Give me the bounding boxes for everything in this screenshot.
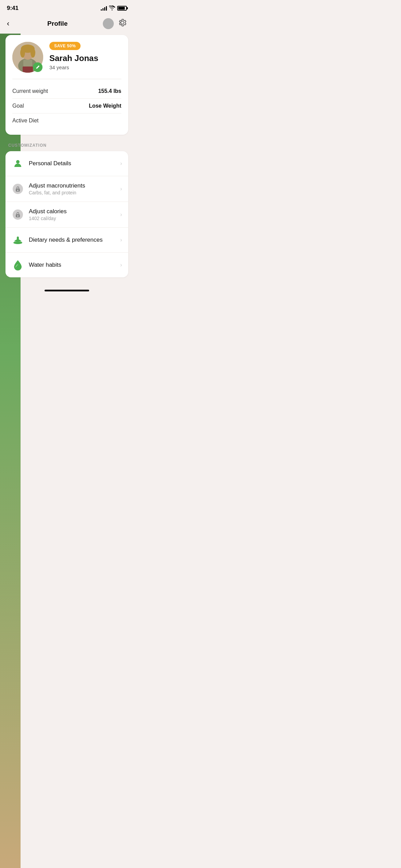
svg-rect-7 xyxy=(23,60,32,67)
svg-rect-14 xyxy=(17,237,19,241)
profile-dot[interactable] xyxy=(103,18,114,29)
divider xyxy=(12,79,121,79)
chevron-icon: › xyxy=(120,237,122,243)
macronutrients-title: Adjust macronutrients xyxy=(29,182,118,189)
save-badge[interactable]: SAVE 50% xyxy=(49,42,81,50)
chevron-icon: › xyxy=(120,160,122,167)
svg-point-8 xyxy=(16,160,20,164)
bottom-bar xyxy=(0,283,134,294)
edit-avatar-button[interactable] xyxy=(33,62,42,72)
calories-title: Adjust calories xyxy=(29,208,118,215)
svg-point-5 xyxy=(31,48,35,58)
water-item[interactable]: Water habits › xyxy=(5,253,128,277)
svg-point-4 xyxy=(20,48,25,58)
water-icon xyxy=(12,259,24,271)
person-icon xyxy=(12,157,24,170)
calories-text: Adjust calories 1402 cal/day xyxy=(29,208,118,221)
status-icons xyxy=(101,5,127,11)
weight-value: 155.4 lbs xyxy=(98,88,121,94)
dietary-title: Dietary needs & preferences xyxy=(29,237,118,243)
dietary-item[interactable]: Dietary needs & preferences › xyxy=(5,228,128,253)
customization-menu: Personal Details › Adjust macronutrients… xyxy=(5,151,128,277)
macronutrients-item[interactable]: Adjust macronutrients Carbs, fat, and pr… xyxy=(5,176,128,202)
nav-right xyxy=(103,18,127,29)
chevron-icon: › xyxy=(120,262,122,268)
status-bar: 9:41 xyxy=(0,0,134,15)
personal-details-title: Personal Details xyxy=(29,160,118,167)
calories-item[interactable]: Adjust calories 1402 cal/day › xyxy=(5,202,128,228)
status-time: 9:41 xyxy=(7,5,19,12)
profile-info: SAVE 50% Sarah Jonas 34 years xyxy=(49,42,121,70)
svg-point-10 xyxy=(17,190,19,191)
macronutrients-text: Adjust macronutrients Carbs, fat, and pr… xyxy=(29,182,118,195)
goal-label: Goal xyxy=(12,103,24,109)
battery-icon xyxy=(117,6,127,11)
settings-icon[interactable] xyxy=(118,18,127,29)
lock-macro-icon xyxy=(12,183,24,195)
goal-value: Lose Weight xyxy=(89,103,121,109)
wifi-icon xyxy=(109,5,115,11)
avatar-wrap xyxy=(12,42,43,73)
svg-rect-6 xyxy=(23,67,33,73)
dietary-icon xyxy=(12,234,24,246)
profile-header: SAVE 50% Sarah Jonas 34 years xyxy=(12,42,121,73)
diet-label: Active Diet xyxy=(12,118,38,124)
weight-label: Current weight xyxy=(12,88,48,94)
chevron-icon: › xyxy=(120,186,122,192)
signal-icon xyxy=(101,6,107,11)
profile-age: 34 years xyxy=(49,64,121,70)
lock-calories-icon xyxy=(12,208,24,221)
weight-row: Current weight 155.4 lbs xyxy=(12,84,121,99)
nav-bar: ‹ Profile xyxy=(0,15,134,34)
chevron-icon: › xyxy=(120,212,122,218)
profile-name: Sarah Jonas xyxy=(49,53,121,63)
svg-point-12 xyxy=(17,216,19,217)
goal-row: Goal Lose Weight xyxy=(12,99,121,113)
customization-header: CUSTOMIZATION xyxy=(0,140,134,151)
dietary-text: Dietary needs & preferences xyxy=(29,237,118,243)
home-indicator xyxy=(45,290,89,291)
page-title: Profile xyxy=(12,20,103,27)
personal-details-item[interactable]: Personal Details › xyxy=(5,151,128,176)
macronutrients-subtitle: Carbs, fat, and protein xyxy=(29,190,118,195)
water-text: Water habits xyxy=(29,262,118,268)
personal-details-text: Personal Details xyxy=(29,160,118,167)
profile-card: SAVE 50% Sarah Jonas 34 years Current we… xyxy=(5,35,128,135)
calories-subtitle: 1402 cal/day xyxy=(29,216,118,221)
diet-row: Active Diet xyxy=(12,113,121,128)
water-title: Water habits xyxy=(29,262,118,268)
svg-point-13 xyxy=(13,241,22,244)
back-button[interactable]: ‹ xyxy=(7,18,12,29)
